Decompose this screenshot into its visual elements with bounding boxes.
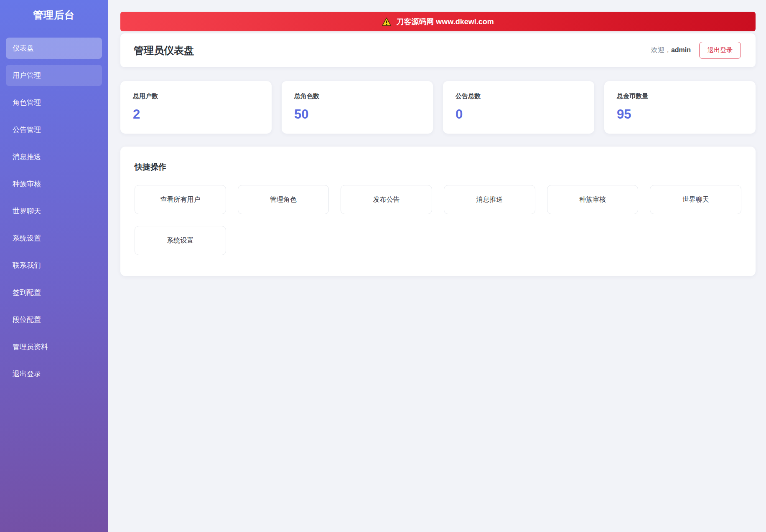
stat-card-total-roles: 总角色数 50 bbox=[282, 81, 433, 134]
sidebar-item-admin-profile[interactable]: 管理员资料 bbox=[6, 336, 102, 357]
stat-value: 50 bbox=[294, 107, 420, 122]
quick-action-publish-announcement[interactable]: 发布公告 bbox=[341, 185, 432, 214]
stats-row: 总用户数 2 总角色数 50 公告总数 0 总金币数量 95 bbox=[120, 81, 756, 134]
sidebar-item-world-chat[interactable]: 世界聊天 bbox=[6, 200, 102, 222]
welcome-text: 欢迎，admin bbox=[651, 46, 691, 55]
stat-card-total-announcements: 公告总数 0 bbox=[443, 81, 594, 134]
quick-action-message-push[interactable]: 消息推送 bbox=[444, 185, 535, 214]
source-site-banner: 刀客源码网 www.dkewl.com bbox=[120, 12, 756, 31]
warning-icon bbox=[382, 18, 391, 26]
sidebar-item-role-management[interactable]: 角色管理 bbox=[6, 92, 102, 113]
sidebar-item-dashboard[interactable]: 仪表盘 bbox=[6, 38, 102, 59]
app-title: 管理后台 bbox=[0, 8, 108, 22]
quick-action-system-settings[interactable]: 系统设置 bbox=[135, 226, 226, 255]
quick-action-manage-roles[interactable]: 管理角色 bbox=[238, 185, 329, 214]
sidebar-item-user-management[interactable]: 用户管理 bbox=[6, 65, 102, 86]
stat-label: 总用户数 bbox=[133, 92, 259, 100]
stat-label: 总角色数 bbox=[294, 92, 420, 100]
sidebar-item-checkin-config[interactable]: 签到配置 bbox=[6, 282, 102, 303]
sidebar-item-race-review[interactable]: 种族审核 bbox=[6, 173, 102, 195]
username: admin bbox=[671, 46, 691, 53]
quick-action-race-review[interactable]: 种族审核 bbox=[547, 185, 639, 214]
stat-card-total-users: 总用户数 2 bbox=[120, 81, 272, 134]
page-title: 管理员仪表盘 bbox=[134, 44, 194, 57]
sidebar-item-rank-config[interactable]: 段位配置 bbox=[6, 309, 102, 330]
stat-label: 总金币数量 bbox=[617, 92, 743, 100]
quick-action-view-all-users[interactable]: 查看所有用户 bbox=[135, 185, 226, 214]
sidebar-item-system-settings[interactable]: 系统设置 bbox=[6, 228, 102, 249]
stat-label: 公告总数 bbox=[456, 92, 582, 100]
quick-actions-panel: 快捷操作 查看所有用户 管理角色 发布公告 消息推送 种族审核 世界聊天 系统设… bbox=[120, 147, 756, 276]
stat-card-total-coins: 总金币数量 95 bbox=[604, 81, 756, 134]
sidebar-nav: 仪表盘 用户管理 角色管理 公告管理 消息推送 种族审核 世界聊天 系统设置 联… bbox=[0, 38, 108, 385]
welcome-prefix: 欢迎， bbox=[651, 46, 671, 53]
stat-value: 0 bbox=[456, 107, 582, 122]
quick-actions-grid: 查看所有用户 管理角色 发布公告 消息推送 种族审核 世界聊天 系统设置 bbox=[135, 185, 741, 255]
stat-value: 95 bbox=[617, 107, 743, 122]
header-actions: 欢迎，admin 退出登录 bbox=[651, 42, 741, 59]
banner-text: 刀客源码网 www.dkewl.com bbox=[396, 17, 494, 27]
stat-value: 2 bbox=[133, 107, 259, 122]
sidebar-item-announcement-management[interactable]: 公告管理 bbox=[6, 119, 102, 140]
quick-action-world-chat[interactable]: 世界聊天 bbox=[650, 185, 741, 214]
quick-actions-title: 快捷操作 bbox=[135, 162, 741, 172]
sidebar-item-logout[interactable]: 退出登录 bbox=[6, 363, 102, 385]
main-content: 刀客源码网 www.dkewl.com 管理员仪表盘 欢迎，admin 退出登录… bbox=[108, 0, 766, 532]
dashboard-header: 管理员仪表盘 欢迎，admin 退出登录 bbox=[120, 33, 756, 67]
logout-button[interactable]: 退出登录 bbox=[699, 42, 741, 59]
sidebar-item-contact-us[interactable]: 联系我们 bbox=[6, 255, 102, 276]
sidebar: 管理后台 仪表盘 用户管理 角色管理 公告管理 消息推送 种族审核 世界聊天 系… bbox=[0, 0, 108, 532]
sidebar-item-message-push[interactable]: 消息推送 bbox=[6, 146, 102, 167]
